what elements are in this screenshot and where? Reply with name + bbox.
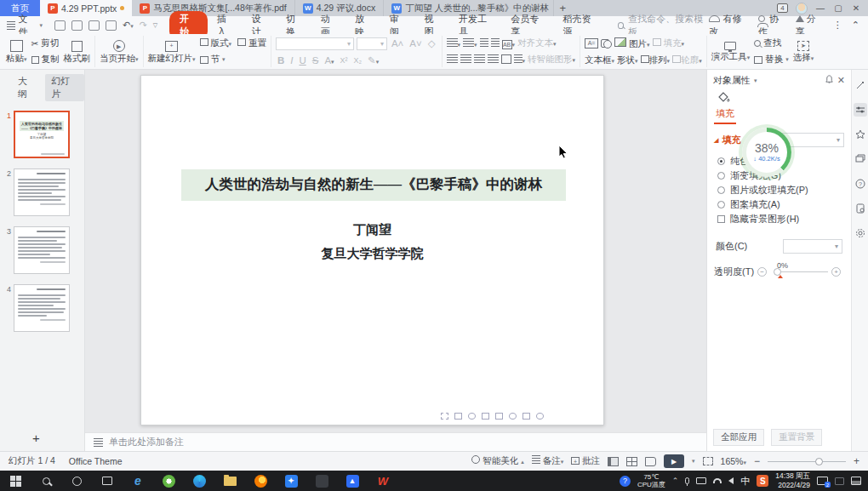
- select-button[interactable]: ➤ 选择▾: [793, 41, 814, 62]
- cpu-temperature[interactable]: 75℃CPU温度: [637, 473, 665, 488]
- beautify-icon[interactable]: [854, 78, 867, 92]
- zoom-in-button[interactable]: +: [854, 455, 859, 467]
- message-tray-icon[interactable]: [817, 477, 828, 485]
- normal-view-button[interactable]: [608, 457, 619, 466]
- highlight-button[interactable]: ✎▾: [366, 54, 380, 66]
- radio-picture-fill[interactable]: 图片或纹理填充(P): [707, 183, 851, 197]
- minimize-button[interactable]: —: [815, 3, 825, 13]
- layers-icon[interactable]: [854, 152, 867, 166]
- print-preview-icon[interactable]: [106, 20, 117, 31]
- save-icon[interactable]: [54, 20, 66, 31]
- reading-view-button[interactable]: [645, 457, 656, 466]
- slide-thumbnail-2[interactable]: 2: [2, 168, 81, 216]
- slide-editor[interactable]: 人类世的浩劫与自然的新生——《巴黎手稿》中的谢林 丁闻望 复旦大学哲学学院: [140, 75, 604, 425]
- notes-bar[interactable]: 单击此处添加备注: [85, 432, 706, 451]
- chevron-down-icon[interactable]: ▾: [754, 77, 757, 84]
- superscript-button[interactable]: X²: [339, 56, 350, 65]
- cut-button[interactable]: ✂剪切: [31, 37, 60, 49]
- comments-button[interactable]: + 批注: [571, 455, 600, 467]
- lanhu-app-button[interactable]: ▲: [337, 471, 368, 491]
- align-text-button[interactable]: 对齐文本▾: [517, 37, 557, 49]
- notes-button[interactable]: 备注▾: [532, 455, 563, 467]
- numbered-list-button[interactable]: ▾: [463, 38, 477, 49]
- action-center-icon[interactable]: [851, 477, 861, 485]
- font-size-select[interactable]: ▾: [357, 37, 387, 50]
- shapes-button[interactable]: 形状▾: [617, 54, 638, 66]
- task-view-button[interactable]: [92, 471, 123, 491]
- properties-icon[interactable]: [854, 103, 867, 117]
- font-color-button[interactable]: A▾: [323, 55, 335, 66]
- smart-beautify-button[interactable]: 智能美化 ▴: [471, 455, 523, 467]
- close-panel-icon[interactable]: ✕: [837, 75, 845, 86]
- theme-name[interactable]: Office Theme: [69, 456, 123, 466]
- print-icon[interactable]: [89, 20, 100, 31]
- workspace-icon[interactable]: 4: [777, 3, 788, 13]
- microphone-icon[interactable]: [685, 477, 689, 484]
- slide-thumbnail-4[interactable]: 4: [2, 284, 81, 332]
- zoom-level[interactable]: 165%▾: [721, 456, 746, 466]
- bullet-list-button[interactable]: ▾: [447, 38, 461, 49]
- strikethrough-button[interactable]: S: [311, 55, 321, 66]
- edge-browser-button[interactable]: [184, 471, 214, 491]
- sogou-ime-icon[interactable]: S: [757, 475, 768, 487]
- arrange-button[interactable]: 排列▾: [641, 54, 671, 66]
- more-options-icon[interactable]: ⋮: [833, 20, 842, 31]
- apply-all-button[interactable]: 全部应用: [713, 429, 764, 446]
- tray-extra-icon[interactable]: [835, 477, 844, 485]
- slide-thumbnail-3[interactable]: 3: [2, 226, 81, 274]
- italic-button[interactable]: I: [288, 55, 294, 66]
- slide-title[interactable]: 人类世的浩劫与自然的新生——《巴黎手稿》中的谢林: [181, 169, 566, 201]
- firefox-button[interactable]: [245, 471, 276, 491]
- format-painter-button[interactable]: 格式刷: [64, 41, 91, 63]
- increase-indent-button[interactable]: [491, 38, 500, 49]
- picture-button[interactable]: 图片▾: [614, 37, 649, 50]
- wifi-icon[interactable]: [713, 478, 722, 483]
- transparency-minus-button[interactable]: −: [757, 267, 767, 277]
- cortana-button[interactable]: [61, 471, 92, 491]
- replace-button[interactable]: 替换▾: [754, 54, 789, 66]
- outline-tab[interactable]: 大纲: [12, 74, 42, 101]
- help-tray-icon[interactable]: ?: [620, 476, 631, 487]
- fit-slide-icon[interactable]: [703, 457, 713, 465]
- new-slide-button[interactable]: + 新建幻灯片▾: [148, 41, 196, 63]
- increase-font-icon[interactable]: A˄: [390, 38, 405, 49]
- section-button[interactable]: 节▾: [200, 54, 266, 66]
- 360-browser-button[interactable]: [153, 471, 184, 491]
- decrease-indent-button[interactable]: [480, 38, 488, 49]
- volume-icon[interactable]: [728, 477, 734, 484]
- keyboard-icon[interactable]: [696, 477, 706, 484]
- zoom-out-button[interactable]: −: [754, 455, 760, 467]
- align-center-button[interactable]: [460, 54, 471, 65]
- ime-indicator[interactable]: 中: [740, 475, 750, 488]
- collapse-section-icon[interactable]: ◢: [714, 137, 718, 144]
- taskbar-search-button[interactable]: [31, 471, 61, 491]
- help-icon[interactable]: ?: [854, 177, 867, 191]
- play-options-icon[interactable]: ▾: [692, 458, 695, 465]
- fill-tab[interactable]: 填充: [707, 89, 736, 124]
- wps-app-button[interactable]: W: [368, 471, 398, 491]
- transparency-slider[interactable]: 0%: [777, 271, 828, 272]
- play-from-current-button[interactable]: ▶ 当页开始▾: [100, 40, 139, 63]
- distribute-button[interactable]: [501, 54, 511, 66]
- maximize-button[interactable]: ▢: [833, 3, 843, 13]
- bell-icon[interactable]: [825, 75, 834, 86]
- slideshow-play-button[interactable]: ▶: [664, 454, 684, 468]
- subscript-button[interactable]: X₂: [352, 56, 364, 65]
- reset-button[interactable]: 重置: [237, 37, 266, 49]
- line-spacing-button[interactable]: ▾: [514, 54, 526, 65]
- messenger-app-button[interactable]: ✦: [276, 471, 306, 491]
- close-button[interactable]: ✕: [851, 3, 861, 13]
- customize-toolbar-icon[interactable]: ▽: [153, 22, 157, 29]
- slide-thumbnail-1[interactable]: 1 人类世的浩劫与自然的新生——《巴黎手稿》中的谢林 丁闻望 复旦大学哲学学院: [2, 111, 81, 158]
- start-button[interactable]: [0, 471, 31, 491]
- utility-app-button[interactable]: [306, 471, 337, 491]
- mobile-sync-icon[interactable]: [854, 202, 867, 215]
- ie-browser-button[interactable]: e: [123, 471, 153, 491]
- clock[interactable]: 14:38 周五2022/4/29: [775, 471, 810, 489]
- radio-pattern-fill[interactable]: 图案填充(A): [707, 197, 851, 211]
- font-family-select[interactable]: ▾: [276, 37, 354, 50]
- reset-background-button[interactable]: 重置背景: [771, 429, 822, 446]
- underline-button[interactable]: U: [297, 55, 307, 66]
- text-direction-button[interactable]: AB▾: [502, 38, 516, 49]
- slides-tab[interactable]: 幻灯片: [45, 74, 84, 101]
